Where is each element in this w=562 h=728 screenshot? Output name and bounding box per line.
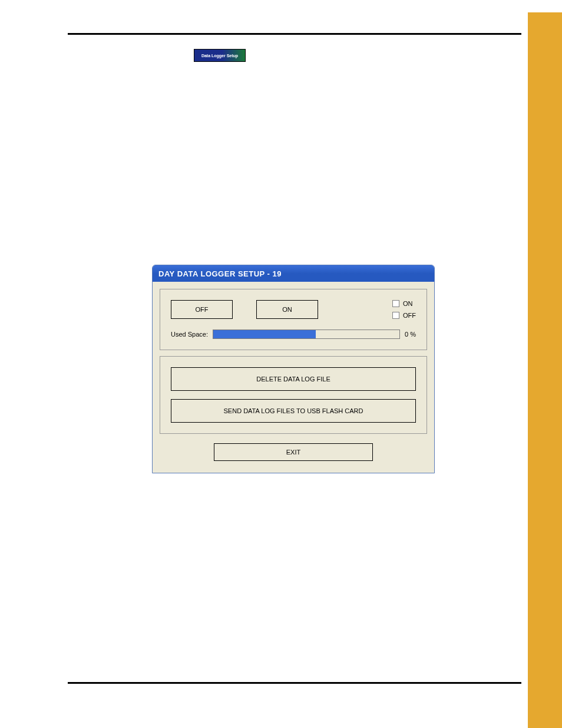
off-button-label: OFF (196, 306, 209, 313)
used-space-progress (213, 330, 400, 339)
action-group: DELETE DATA LOG FILE SEND DATA LOG FILES… (160, 356, 427, 434)
on-checkbox[interactable] (392, 300, 399, 307)
off-check-label: OFF (403, 312, 416, 319)
bottom-rule (68, 682, 521, 684)
send-usb-button-label: SEND DATA LOG FILES TO USB FLASH CARD (224, 407, 363, 414)
on-button-label: ON (282, 306, 292, 313)
used-space-row: Used Space: 0 % (171, 330, 416, 339)
dialog-title: DAY DATA LOGGER SETUP - 19 (158, 269, 282, 278)
exit-row: EXIT (160, 440, 427, 466)
toggle-group: OFF ON ON OFF Used Space: (160, 289, 427, 350)
on-check-label: ON (403, 300, 413, 307)
data-logger-setup-button[interactable]: Data Logger Setup (194, 49, 246, 62)
used-space-percent: 0 % (405, 331, 416, 338)
dialog-window: DAY DATA LOGGER SETUP - 19 OFF ON ON (152, 265, 435, 473)
right-sidebar-stripe (528, 12, 562, 728)
exit-button-label: EXIT (286, 449, 300, 456)
delete-button-label: DELETE DATA LOG FILE (256, 375, 330, 383)
off-checkbox[interactable] (392, 312, 399, 319)
titlebar: DAY DATA LOGGER SETUP - 19 (153, 265, 434, 282)
dialog-body: OFF ON ON OFF Used Space: (153, 282, 434, 473)
exit-button[interactable]: EXIT (214, 443, 373, 461)
check-area: ON OFF (392, 300, 416, 319)
used-space-label: Used Space: (171, 331, 208, 338)
small-button-label: Data Logger Setup (201, 54, 238, 58)
off-check-row: OFF (392, 312, 416, 319)
delete-button[interactable]: DELETE DATA LOG FILE (171, 367, 416, 391)
on-check-row: ON (392, 300, 416, 307)
top-rule (68, 33, 521, 35)
toggle-row: OFF ON ON OFF (171, 300, 416, 319)
off-button[interactable]: OFF (171, 300, 233, 319)
progress-fill (213, 330, 316, 338)
send-usb-button[interactable]: SEND DATA LOG FILES TO USB FLASH CARD (171, 399, 416, 423)
on-button[interactable]: ON (256, 300, 318, 319)
